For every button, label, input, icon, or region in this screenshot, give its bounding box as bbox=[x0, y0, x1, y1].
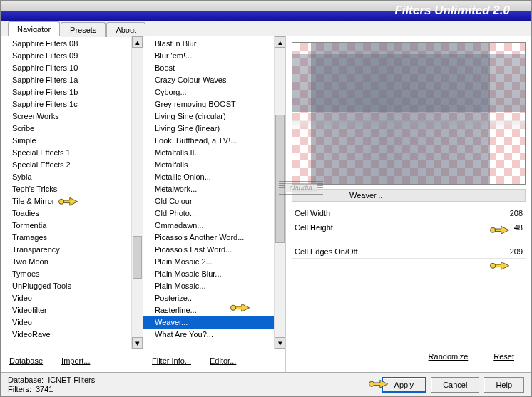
list-item[interactable]: Scribe bbox=[1, 123, 131, 135]
category-scrollbar[interactable]: ▴ ▾ bbox=[131, 36, 143, 349]
scroll-up-icon[interactable]: ▴ bbox=[275, 36, 285, 48]
list-item[interactable]: Weaver... bbox=[143, 316, 274, 329]
list-item[interactable]: Tormentia bbox=[1, 220, 131, 232]
cancel-button[interactable]: Cancel bbox=[431, 377, 479, 393]
list-item[interactable]: Videofilter bbox=[1, 304, 131, 316]
param-row[interactable]: Cell Width208 bbox=[292, 206, 526, 220]
list-item[interactable]: Two Moon bbox=[1, 256, 131, 268]
param-row[interactable]: Cell Edges On/Off209 bbox=[292, 244, 526, 259]
preview-image bbox=[292, 42, 526, 185]
list-item[interactable]: Sapphire Filters 10 bbox=[1, 62, 131, 74]
scroll-down-icon[interactable]: ▾ bbox=[275, 337, 285, 349]
list-item[interactable]: Toadies bbox=[1, 207, 131, 220]
tab-presets[interactable]: Presets bbox=[61, 22, 106, 37]
param-value: 208 bbox=[497, 209, 523, 217]
list-item[interactable]: Crazy Colour Waves bbox=[143, 74, 274, 86]
filter-info-button[interactable]: Filter Info... bbox=[146, 355, 197, 366]
category-button-row: Database Import... bbox=[1, 349, 143, 372]
list-item[interactable]: Tile & Mirror bbox=[1, 195, 131, 207]
list-item[interactable]: Picasso's Last Word... bbox=[143, 244, 274, 256]
footer-info: Database:ICNET-Filters Filters:3741 bbox=[8, 376, 95, 393]
list-item[interactable]: Old Photo... bbox=[143, 207, 274, 220]
list-item[interactable]: Sapphire Filters 08 bbox=[1, 38, 131, 50]
randomize-button[interactable]: Randomize bbox=[423, 351, 474, 362]
list-item[interactable]: Ommadawn... bbox=[143, 220, 274, 232]
tab-navigator[interactable]: Navigator bbox=[8, 21, 60, 36]
list-item[interactable]: Rasterline... bbox=[143, 304, 274, 316]
param-label: Cell Width bbox=[295, 209, 497, 217]
preview-panel: Weaver... Cell Width208Cell Height48Cell… bbox=[286, 36, 531, 372]
list-item[interactable]: Grey removing BOOST bbox=[143, 98, 274, 110]
parameter-list: Cell Width208Cell Height48Cell Edges On/… bbox=[292, 206, 526, 259]
list-item[interactable]: Picasso's Another Word... bbox=[143, 232, 274, 244]
category-panel: Sapphire Filters 08Sapphire Filters 09Sa… bbox=[1, 36, 143, 372]
list-item[interactable]: Teph's Tricks bbox=[1, 183, 131, 195]
list-item[interactable]: Look, Butthead, a TV!... bbox=[143, 135, 274, 147]
list-item[interactable]: Sapphire Filters 1b bbox=[1, 86, 131, 98]
param-label: Cell Height bbox=[295, 223, 497, 232]
watermark: claudia bbox=[279, 180, 323, 195]
list-item[interactable]: Simple bbox=[1, 135, 131, 147]
list-item[interactable]: Living Sine (linear) bbox=[143, 123, 274, 135]
db-label: Database: bbox=[8, 376, 44, 384]
import-button[interactable]: Import... bbox=[56, 355, 96, 366]
reset-button[interactable]: Reset bbox=[488, 351, 520, 362]
preview-overlay bbox=[292, 43, 525, 184]
preview-button-row: Randomize Reset bbox=[292, 346, 526, 366]
app-window: Filters Unlimited 2.0 Navigator Presets … bbox=[0, 0, 532, 397]
list-item[interactable]: What Are You?... bbox=[143, 329, 274, 341]
list-item[interactable]: Sybia bbox=[1, 171, 131, 183]
list-item[interactable]: ScreenWorks bbox=[1, 110, 131, 123]
database-button[interactable]: Database bbox=[4, 355, 48, 366]
list-item[interactable]: Special Effects 2 bbox=[1, 159, 131, 171]
help-button[interactable]: Help bbox=[484, 377, 524, 393]
list-item[interactable]: Blast 'n Blur bbox=[143, 38, 274, 50]
list-item[interactable]: Plain Mosaic Blur... bbox=[143, 268, 274, 280]
app-title: Filters Unlimited 2.0 bbox=[394, 4, 510, 18]
list-item[interactable]: Video bbox=[1, 292, 131, 304]
filter-list[interactable]: Blast 'n BlurBlur 'em!...BoostCrazy Colo… bbox=[143, 36, 274, 349]
footer: Database:ICNET-Filters Filters:3741 Appl… bbox=[1, 372, 531, 396]
footer-buttons: Apply Cancel Help bbox=[382, 377, 524, 393]
list-item[interactable]: Sapphire Filters 1a bbox=[1, 74, 131, 86]
list-item[interactable]: Video bbox=[1, 316, 131, 329]
list-item[interactable]: Metallic Onion... bbox=[143, 171, 274, 183]
list-item[interactable]: Posterize... bbox=[143, 292, 274, 304]
filter-panel: Blast 'n BlurBlur 'em!...BoostCrazy Colo… bbox=[143, 36, 286, 372]
filter-button-row: Filter Info... Editor... bbox=[143, 349, 285, 372]
list-item[interactable]: Old Colour bbox=[143, 195, 274, 207]
list-item[interactable]: UnPlugged Tools bbox=[1, 280, 131, 292]
tab-strip: Navigator Presets About bbox=[1, 21, 531, 36]
filters-count-value: 3741 bbox=[36, 385, 53, 393]
editor-button[interactable]: Editor... bbox=[204, 355, 242, 366]
list-item[interactable]: Sapphire Filters 09 bbox=[1, 50, 131, 62]
list-item[interactable]: Transparency bbox=[1, 244, 131, 256]
category-list[interactable]: Sapphire Filters 08Sapphire Filters 09Sa… bbox=[1, 36, 131, 349]
param-value: 48 bbox=[497, 223, 523, 232]
list-item[interactable]: Metalwork... bbox=[143, 183, 274, 195]
list-item[interactable]: Blur 'em!... bbox=[143, 50, 274, 62]
list-item[interactable]: Metalfalls II... bbox=[143, 147, 274, 159]
list-item[interactable]: Tramages bbox=[1, 232, 131, 244]
scroll-down-icon[interactable]: ▾ bbox=[132, 337, 143, 349]
current-filter-name: Weaver... bbox=[349, 191, 382, 200]
list-item[interactable]: Cyborg... bbox=[143, 86, 274, 98]
list-item[interactable]: Sapphire Filters 1c bbox=[1, 98, 131, 110]
filters-count-label: Filters: bbox=[8, 385, 31, 393]
filter-name-bar: Weaver... bbox=[292, 189, 526, 202]
list-item[interactable]: VideoRave bbox=[1, 329, 131, 341]
list-item[interactable]: Plain Mosaic... bbox=[143, 280, 274, 292]
list-item[interactable]: Boost bbox=[143, 62, 274, 74]
param-row[interactable]: Cell Height48 bbox=[292, 220, 526, 234]
list-item[interactable]: Plain Mosaic 2... bbox=[143, 256, 274, 268]
scroll-up-icon[interactable]: ▴ bbox=[132, 36, 143, 48]
title-bar: Filters Unlimited 2.0 bbox=[1, 1, 531, 21]
list-item[interactable]: Special Effects 1 bbox=[1, 147, 131, 159]
list-item[interactable]: Living Sine (circular) bbox=[143, 110, 274, 123]
scroll-thumb[interactable] bbox=[133, 236, 142, 279]
tab-about[interactable]: About bbox=[106, 22, 145, 37]
list-item[interactable]: Tymoes bbox=[1, 268, 131, 280]
list-item[interactable]: Metalfalls bbox=[143, 159, 274, 171]
apply-button[interactable]: Apply bbox=[382, 377, 427, 393]
scroll-thumb[interactable] bbox=[275, 115, 285, 243]
